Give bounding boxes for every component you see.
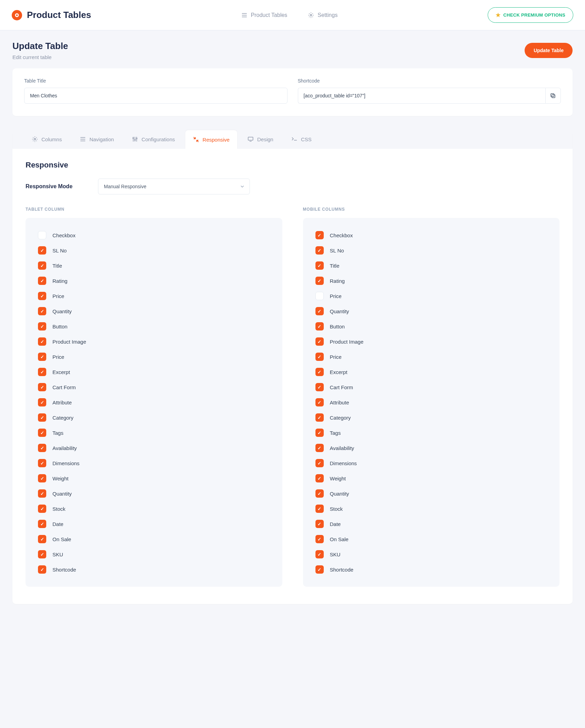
check-icon: ✓	[318, 446, 321, 451]
tab-configurations[interactable]: Configurations	[124, 130, 183, 149]
column-checkbox[interactable]: ✓	[315, 353, 324, 361]
check-icon: ✓	[318, 430, 321, 435]
column-checkbox[interactable]: ✓	[38, 413, 46, 422]
copy-button[interactable]	[545, 88, 561, 104]
nav-settings[interactable]: Settings	[308, 12, 338, 18]
column-label: Stock	[330, 506, 343, 512]
column-checkbox[interactable]: ✓	[38, 277, 46, 285]
column-checkbox[interactable]: ✓	[315, 368, 324, 376]
column-checkbox[interactable]: ✓	[38, 550, 46, 558]
column-checkbox[interactable]: ✓	[38, 398, 46, 406]
column-toggle-row: ✓Weight	[315, 471, 547, 486]
column-checkbox[interactable]: ✓	[315, 429, 324, 437]
column-checkbox[interactable]: ✓	[315, 459, 324, 467]
column-checkbox[interactable]: ✓	[38, 353, 46, 361]
column-checkbox[interactable]: ✓	[38, 368, 46, 376]
column-checkbox[interactable]	[315, 292, 324, 300]
column-label: Dimensions	[330, 460, 357, 466]
column-checkbox[interactable]: ✓	[38, 535, 46, 543]
column-checkbox[interactable]: ✓	[315, 277, 324, 285]
column-checkbox[interactable]: ✓	[38, 505, 46, 513]
column-label: Date	[330, 521, 341, 527]
column-checkbox[interactable]: ✓	[315, 489, 324, 498]
tab-label: Configurations	[142, 136, 175, 142]
column-checkbox[interactable]: ✓	[38, 337, 46, 346]
column-label: Date	[52, 521, 64, 527]
column-checkbox[interactable]: ✓	[38, 459, 46, 467]
column-label: Excerpt	[330, 369, 348, 375]
column-checkbox[interactable]: ✓	[38, 383, 46, 391]
check-icon: ✓	[318, 385, 321, 390]
check-icon: ✓	[318, 552, 321, 557]
column-toggle-row: ✓Availability	[38, 440, 270, 456]
column-checkbox[interactable]: ✓	[315, 413, 324, 422]
column-checkbox[interactable]: ✓	[315, 474, 324, 482]
column-checkbox[interactable]: ✓	[38, 261, 46, 270]
svg-rect-5	[551, 94, 554, 97]
tab-columns[interactable]: Columns	[24, 130, 69, 149]
column-checkbox[interactable]: ✓	[38, 565, 46, 574]
column-toggle-row: Price	[315, 288, 547, 304]
check-icon: ✓	[318, 476, 321, 481]
brand-logo	[12, 10, 22, 20]
column-toggle-row: ✓Rating	[38, 273, 270, 288]
tab-design[interactable]: Design	[240, 130, 281, 149]
column-toggle-row: ✓Quantity	[38, 486, 270, 501]
column-checkbox[interactable]: ✓	[38, 292, 46, 300]
table-title-input[interactable]	[24, 88, 287, 104]
check-icon: ✓	[318, 567, 321, 572]
svg-point-14	[133, 138, 134, 139]
column-checkbox[interactable]: ✓	[315, 322, 324, 331]
column-checkbox[interactable]: ✓	[315, 231, 324, 239]
column-toggle-row: ✓Date	[315, 516, 547, 531]
column-checkbox[interactable]: ✓	[315, 565, 324, 574]
nav-product-tables[interactable]: Product Tables	[241, 12, 287, 18]
column-checkbox[interactable]: ✓	[38, 246, 46, 255]
column-checkbox[interactable]: ✓	[38, 474, 46, 482]
column-label: Product Image	[52, 339, 86, 345]
column-checkbox[interactable]: ✓	[315, 520, 324, 528]
column-label: SL No	[52, 248, 67, 253]
check-icon: ✓	[40, 339, 44, 344]
column-checkbox[interactable]: ✓	[315, 383, 324, 391]
tab-responsive[interactable]: Responsive	[185, 130, 237, 149]
tab-css[interactable]: CSS	[284, 130, 319, 149]
shortcode-input[interactable]	[298, 88, 545, 104]
brand: Product Tables	[12, 10, 91, 20]
column-label: Checkbox	[330, 232, 353, 238]
column-checkbox[interactable]: ✓	[38, 444, 46, 452]
column-checkbox[interactable]: ✓	[315, 246, 324, 255]
update-table-button[interactable]: Update Table	[525, 43, 573, 58]
column-checkbox[interactable]: ✓	[315, 261, 324, 270]
column-label: Weight	[330, 476, 346, 481]
column-checkbox[interactable]: ✓	[315, 505, 324, 513]
column-label: Rating	[330, 278, 345, 284]
check-icon: ✓	[318, 324, 321, 329]
column-checkbox[interactable]: ✓	[38, 520, 46, 528]
column-checkbox[interactable]: ✓	[38, 322, 46, 331]
column-toggle-row: ✓Shortcode	[315, 562, 547, 577]
check-icon: ✓	[318, 491, 321, 496]
svg-point-0	[16, 14, 18, 17]
responsive-mode-select[interactable]: Manual Responsive	[98, 179, 250, 194]
column-checkbox[interactable]: ✓	[38, 307, 46, 315]
column-toggle-row: ✓Stock	[315, 501, 547, 516]
column-toggle-row: ✓Quantity	[315, 304, 547, 319]
column-checkbox[interactable]: ✓	[315, 307, 324, 315]
tab-navigation[interactable]: Navigation	[72, 130, 121, 149]
column-checkbox[interactable]: ✓	[315, 550, 324, 558]
svg-point-16	[136, 138, 137, 139]
column-checkbox[interactable]: ✓	[315, 398, 324, 406]
column-checkbox[interactable]	[38, 231, 46, 239]
column-checkbox[interactable]: ✓	[315, 535, 324, 543]
premium-button[interactable]: ★ CHECK PREMIUM OPTIONS	[488, 7, 573, 23]
top-nav: Product Tables Settings	[241, 12, 338, 18]
column-checkbox[interactable]: ✓	[315, 337, 324, 346]
column-checkbox[interactable]: ✓	[38, 429, 46, 437]
column-checkbox[interactable]: ✓	[38, 489, 46, 498]
column-checkbox[interactable]: ✓	[315, 444, 324, 452]
sliders-icon	[132, 136, 138, 142]
column-toggle-row: ✓Cart Form	[38, 380, 270, 395]
check-icon: ✓	[40, 491, 44, 496]
column-toggle-row: ✓SKU	[38, 547, 270, 562]
